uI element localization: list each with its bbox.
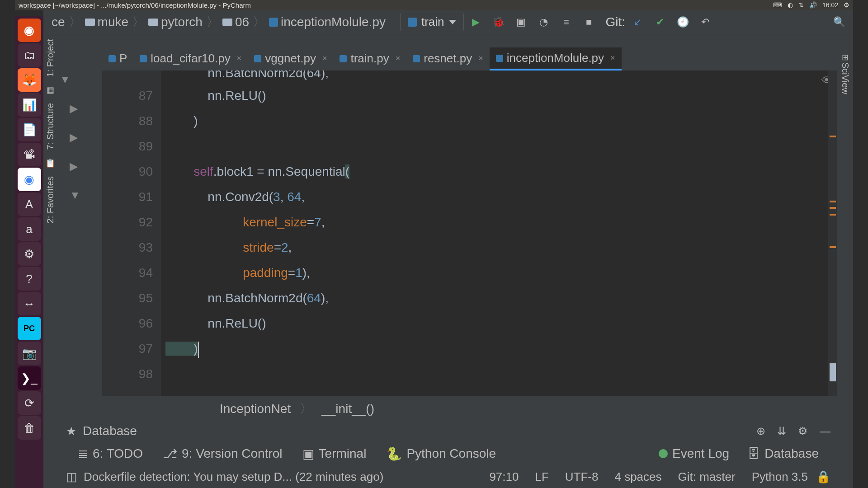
line-number: 97 xyxy=(102,336,153,361)
launcher-help-icon[interactable]: ? xyxy=(18,267,41,291)
tool-todo[interactable]: ≣6: TODO xyxy=(78,446,143,461)
launcher-settings-icon[interactable]: ⚙ xyxy=(18,242,41,266)
code-area[interactable]: nn.BatchNorm2d(64), nn.ReLU() ) self.blo… xyxy=(165,70,819,387)
line-number: 88 xyxy=(102,108,153,134)
context-breadcrumb[interactable]: InceptionNet 〉 __init__() xyxy=(102,398,837,420)
launcher-chrome-icon[interactable]: ◉ xyxy=(18,168,41,191)
launcher-amazon-icon[interactable]: a xyxy=(18,217,41,241)
status-indent[interactable]: 4 spaces xyxy=(614,470,661,484)
status-interpreter[interactable]: Python 3.5 xyxy=(752,470,808,484)
launcher-update-icon[interactable]: ⟳ xyxy=(18,391,41,415)
tray-keyboard-icon[interactable]: ⌨ xyxy=(773,1,782,9)
status-message[interactable]: Dockerfile detection: You may setup D...… xyxy=(84,470,481,484)
code-text: 64 xyxy=(307,291,321,305)
status-position[interactable]: 97:10 xyxy=(489,470,519,484)
code-text: self xyxy=(165,164,213,178)
database-toolwindow-header[interactable]: ★ Database ⊕ ⇊ ⚙ — xyxy=(60,420,837,442)
tool-label: Database xyxy=(764,446,819,461)
tray-sync-icon[interactable]: ◐ xyxy=(788,1,793,9)
list-icon: ≣ xyxy=(78,446,88,461)
launcher-files-icon[interactable]: 🗂 xyxy=(18,43,41,67)
tray-network-icon[interactable]: ⇅ xyxy=(798,1,804,9)
launcher-dash-icon[interactable]: ◉ xyxy=(18,19,41,42)
breadcrumb-seg[interactable]: inceptionMolule.py xyxy=(281,15,386,29)
right-tool-strip: ⊞ SciView xyxy=(837,48,853,396)
launcher-teamviewer-icon[interactable]: ↔ xyxy=(18,292,41,315)
launcher-writer-icon[interactable]: 📄 xyxy=(18,118,41,141)
code-text: 7 xyxy=(314,215,321,229)
tool-event-log[interactable]: Event Log xyxy=(659,446,729,461)
tray-volume-icon[interactable]: 🔊 xyxy=(809,1,817,9)
breadcrumb[interactable]: ce〉 muke〉 pytorch〉 06〉 inceptionMolule.p… xyxy=(47,14,390,31)
run-button[interactable]: ▶ xyxy=(468,14,484,30)
vcs-commit-button[interactable]: ✔ xyxy=(652,14,668,30)
tool-vcs[interactable]: ⎇9: Version Control xyxy=(163,446,283,461)
tool-project[interactable]: 1: Project xyxy=(45,39,56,77)
breadcrumb-seg[interactable]: pytorch xyxy=(161,15,203,29)
close-icon[interactable]: × xyxy=(478,54,483,63)
profile-button[interactable]: ◔ xyxy=(536,14,552,30)
vcs-history-button[interactable]: 🕘 xyxy=(675,14,690,30)
run-coverage-button[interactable]: ▣ xyxy=(514,14,529,30)
tab-p[interactable]: P xyxy=(102,48,133,70)
tool-terminal[interactable]: ▣Terminal xyxy=(302,446,367,461)
tool-structure[interactable]: 7: Structure xyxy=(45,103,56,150)
code-text: padding xyxy=(165,266,288,280)
vcs-revert-button[interactable]: ↶ xyxy=(698,14,713,30)
launcher-trash-icon[interactable]: 🗑 xyxy=(18,416,41,440)
tool-python-console[interactable]: 🐍Python Console xyxy=(386,446,496,461)
status-window-icon[interactable]: ◫ xyxy=(66,470,77,484)
breadcrumb-class[interactable]: InceptionNet xyxy=(220,402,291,416)
tool-icon[interactable]: 📋 xyxy=(45,158,55,168)
concurrency-button[interactable]: ≡ xyxy=(559,14,574,30)
tray-gear-icon[interactable]: ⚙ xyxy=(844,1,849,9)
close-icon[interactable]: × xyxy=(396,54,401,63)
error-stripe[interactable] xyxy=(828,70,837,396)
gear-icon[interactable]: ⚙ xyxy=(798,425,808,437)
terminal-icon: ▣ xyxy=(302,446,314,461)
code-editor[interactable]: 👁 87 88 89 90 91 92 93 94 95 96 97 98 nn… xyxy=(102,70,837,396)
breadcrumb-seg[interactable]: muke xyxy=(98,15,128,29)
tool-icon[interactable]: ▦ xyxy=(47,85,54,95)
left-tool-strip: 1: Project ▦ 7: Structure 📋 2: Favorites xyxy=(43,34,57,452)
vcs-update-button[interactable]: ↙ xyxy=(630,14,645,30)
tab-vggnet[interactable]: vggnet.py× xyxy=(248,48,333,70)
launcher-firefox-icon[interactable]: 🦊 xyxy=(18,68,41,92)
stop-button[interactable]: ■ xyxy=(581,14,597,30)
launcher-impress-icon[interactable]: 📽 xyxy=(18,143,41,166)
close-icon[interactable]: × xyxy=(237,54,242,63)
hide-icon[interactable]: — xyxy=(820,425,830,437)
status-git[interactable]: Git: master xyxy=(678,470,736,484)
breadcrumb-seg[interactable]: ce xyxy=(52,15,65,29)
launcher-software-icon[interactable]: A xyxy=(18,192,41,216)
status-lock-icon[interactable]: 🔒 xyxy=(816,470,830,484)
launcher-screenshot-icon[interactable]: 📷 xyxy=(18,342,41,365)
breadcrumb-seg[interactable]: 06 xyxy=(235,15,249,29)
launcher-calc-icon[interactable]: 📊 xyxy=(18,93,41,117)
close-icon[interactable]: × xyxy=(322,54,327,63)
tool-favorites[interactable]: 2: Favorites xyxy=(45,176,56,223)
breadcrumb-method[interactable]: __init__() xyxy=(321,402,374,416)
tray-clock[interactable]: 16:02 xyxy=(822,1,838,9)
close-icon[interactable]: × xyxy=(610,53,615,63)
tab-train[interactable]: train.py× xyxy=(333,48,406,70)
collapse-icon[interactable]: ⇊ xyxy=(777,425,786,437)
tool-grid-icon[interactable]: ⊞ xyxy=(842,52,849,62)
tool-database[interactable]: 🗄Database xyxy=(747,446,819,461)
tab-resnet[interactable]: resnet.py× xyxy=(406,48,489,70)
run-config-selector[interactable]: train xyxy=(400,13,464,31)
launcher-terminal-icon[interactable]: ❯_ xyxy=(18,366,41,390)
search-everywhere-button[interactable]: 🔍 xyxy=(831,14,847,30)
project-tree[interactable]: ▼ ▶ ▶ ▶ ▼ xyxy=(60,73,80,202)
tool-sciview[interactable]: SciView xyxy=(840,62,850,94)
status-encoding[interactable]: UTF-8 xyxy=(565,470,599,484)
launcher-pycharm-icon[interactable]: PC xyxy=(18,317,41,340)
locate-icon[interactable]: ⊕ xyxy=(756,425,765,437)
window-title: workspace [~/workspace] - .../muke/pytor… xyxy=(19,1,251,9)
notification-dot-icon xyxy=(659,449,668,458)
code-text: , xyxy=(280,190,288,204)
status-line-ending[interactable]: LF xyxy=(535,470,548,484)
tab-inception[interactable]: inceptionMolule.py× xyxy=(490,47,622,70)
debug-button[interactable]: 🐞 xyxy=(491,14,506,30)
tab-load-cifar[interactable]: load_cifar10.py× xyxy=(133,48,248,70)
